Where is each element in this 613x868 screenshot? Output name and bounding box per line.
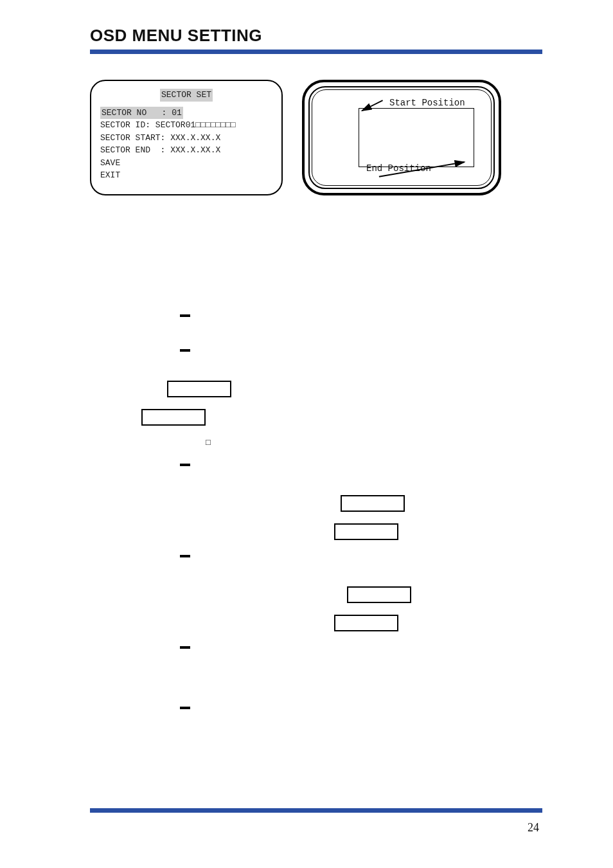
sector-set-panel: SECTOR SET SECTOR NO : 01 SECTOR ID: SEC… xyxy=(90,80,283,195)
panel-heading: SECTOR SET xyxy=(160,89,213,102)
decorative-box-2 xyxy=(141,409,206,426)
sector-end-label: SECTOR END : xyxy=(100,145,165,155)
decorative-box-3a xyxy=(341,495,405,512)
page-number: 24 xyxy=(528,821,539,835)
footer-bar xyxy=(90,808,542,813)
decorative-region: □ xyxy=(161,311,542,712)
dash-4 xyxy=(161,552,542,561)
dash-3 xyxy=(161,460,542,469)
decorative-box-1 xyxy=(167,381,231,397)
panel-heading-row: SECTOR SET xyxy=(100,89,272,102)
save-row: SAVE xyxy=(100,157,272,170)
end-position-label: End Position xyxy=(366,163,431,174)
sector-start-label: SECTOR START: xyxy=(100,133,165,143)
sector-rectangle xyxy=(359,108,474,167)
dash-2 xyxy=(161,346,542,355)
decorative-box-3b xyxy=(334,523,398,540)
dash-5 xyxy=(161,643,542,652)
start-position-label: Start Position xyxy=(389,98,465,108)
monitor-illustration: Start Position End Position xyxy=(302,80,501,195)
sector-no-row: SECTOR NO : 01 xyxy=(100,107,272,120)
sector-end-row: SECTOR END : XXX.X.XX.X xyxy=(100,144,272,157)
monitor-border-mid: Start Position End Position xyxy=(308,86,495,189)
decorative-box-4a xyxy=(347,586,411,603)
box-glyph: □ xyxy=(206,437,211,447)
monitor-inner: Start Position End Position xyxy=(312,89,492,186)
sector-no-label: SECTOR NO xyxy=(102,108,147,118)
exit-row: EXIT xyxy=(100,169,272,182)
sector-id-row: SECTOR ID: SECTOR01□□□□□□□□ xyxy=(100,119,272,132)
sector-end-value: XXX.X.XX.X xyxy=(170,145,220,155)
sector-start-value: XXX.X.XX.X xyxy=(170,133,220,143)
sector-start-row: SECTOR START: XXX.X.XX.X xyxy=(100,132,272,145)
dash-1 xyxy=(161,311,542,320)
sector-no-value: 01 xyxy=(172,108,182,118)
sector-id-value: SECTOR01□□□□□□□□ xyxy=(155,120,236,130)
page-title: OSD MENU SETTING xyxy=(90,26,542,46)
decorative-box-4b xyxy=(334,615,398,631)
title-underline xyxy=(90,50,542,54)
dash-6 xyxy=(161,703,542,712)
sector-id-label: SECTOR ID: xyxy=(100,120,150,130)
